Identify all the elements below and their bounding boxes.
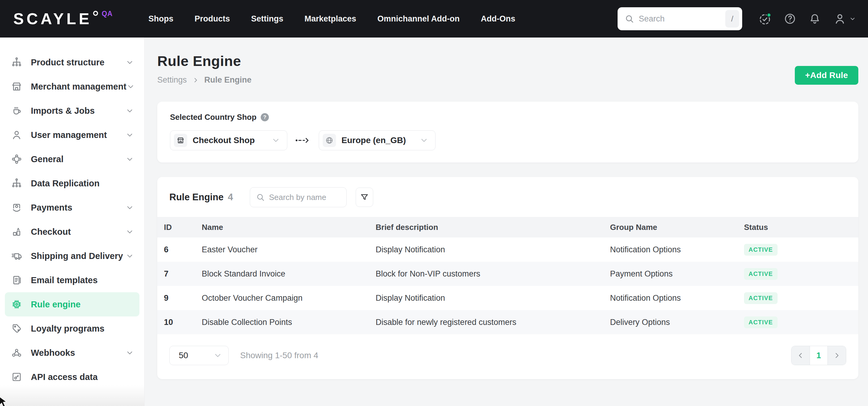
search-input[interactable] — [639, 14, 725, 24]
slash-shortcut-key: / — [725, 10, 739, 28]
breadcrumb: Settings Rule Engine — [157, 75, 858, 85]
chevron-down-icon — [125, 155, 134, 163]
cell-group: Notification Options — [610, 245, 744, 254]
country-select[interactable]: Europe (en_GB) — [319, 130, 435, 150]
nav-item-settings[interactable]: Settings — [251, 0, 283, 37]
sidebar-item-general[interactable]: General — [0, 147, 144, 171]
sidebar-item-api-access-data[interactable]: API access data — [0, 365, 144, 389]
storefront-icon — [174, 134, 187, 147]
chevron-right-icon — [192, 77, 199, 84]
help-circle-icon[interactable]: ? — [261, 113, 269, 121]
sidebar-item-shipping-and-delivery[interactable]: Shipping and Delivery — [0, 244, 144, 268]
sidebar-item-product-structure[interactable]: Product structure — [0, 50, 144, 74]
nav-item-add-ons[interactable]: Add-Ons — [481, 0, 515, 37]
nodes-icon — [10, 153, 23, 165]
cell-name: Block Standard Invoice — [202, 269, 376, 279]
sidebar-item-label: General — [31, 154, 125, 164]
prev-page-button[interactable] — [792, 346, 810, 365]
cell-description: Block for Non-VIP customers — [376, 269, 610, 279]
checkout-icon — [10, 225, 23, 238]
chevron-down-icon — [125, 348, 134, 357]
sidebar-item-label: Payments — [31, 203, 125, 213]
column-header-brief-description: Brief description — [376, 223, 610, 232]
rules-table: IDNameBrief descriptionGroup NameStatus6… — [157, 217, 858, 334]
sidebar-item-payments[interactable]: Payments — [0, 195, 144, 220]
sidebar-item-rule-engine[interactable]: Rule engine — [5, 292, 140, 316]
chevron-down-icon — [125, 58, 134, 67]
sidebar-item-label: Rule engine — [31, 300, 135, 310]
sidebar-item-data-replication[interactable]: Data Replication — [0, 171, 144, 195]
sidebar-item-merchant-management[interactable]: Merchant management — [0, 74, 144, 99]
table-search-input[interactable] — [269, 193, 341, 202]
country-select-value: Europe (en_GB) — [341, 135, 420, 145]
sidebar-item-label: Checkout — [31, 227, 125, 237]
chevron-down-icon — [420, 136, 429, 145]
sidebar-item-webhooks[interactable]: Webhooks — [0, 341, 144, 365]
table-row[interactable]: 6Easter VoucherDisplay NotificationNotif… — [157, 238, 858, 262]
showing-text: Showing 1-50 from 4 — [240, 351, 318, 360]
sidebar-item-label: Merchant management — [31, 82, 126, 92]
search-icon — [255, 192, 265, 202]
sidebar-item-label: Data Replication — [31, 179, 135, 188]
nav-item-marketplaces[interactable]: Marketplaces — [305, 0, 356, 37]
table-header-row: IDNameBrief descriptionGroup NameStatus — [157, 217, 858, 238]
chip-icon — [10, 298, 23, 311]
column-header-group-name: Group Name — [610, 223, 744, 232]
logo[interactable]: SCAYLE QA — [13, 0, 113, 37]
global-search[interactable]: / — [618, 7, 742, 30]
table-title: Rule Engine — [169, 192, 223, 203]
cell-id: 6 — [164, 245, 202, 254]
sidebar-item-label: API access data — [31, 372, 135, 382]
sidebar-item-email-templates[interactable]: Email templates — [0, 268, 144, 292]
sitemap-icon — [10, 56, 23, 69]
current-page[interactable]: 1 — [810, 346, 828, 365]
chevron-down-icon — [125, 227, 134, 236]
table-count: 4 — [228, 192, 233, 203]
pager: 1 — [791, 346, 846, 365]
nav-item-shops[interactable]: Shops — [149, 0, 174, 37]
sidebar-item-imports-jobs[interactable]: Imports & Jobs — [0, 99, 144, 123]
nav-item-products[interactable]: Products — [194, 0, 230, 37]
help-icon[interactable] — [783, 12, 797, 25]
sidebar-item-label: Webhooks — [31, 348, 125, 358]
sidebar-item-loyalty-programs[interactable]: Loyalty programs — [0, 316, 144, 341]
topbar: SCAYLE QA ShopsProductsSettingsMarketpla… — [0, 0, 868, 37]
cell-group: Payment Options — [610, 269, 744, 279]
coffee-icon — [10, 104, 23, 117]
sidebar-item-label: User management — [31, 130, 125, 140]
status-badge: ACTIVE — [744, 244, 778, 256]
status-badge: ACTIVE — [744, 292, 778, 304]
add-rule-button[interactable]: +Add Rule — [795, 66, 858, 85]
status-health-icon[interactable] — [758, 12, 772, 26]
main-content: Rule Engine Settings Rule Engine +Add Ru… — [145, 37, 868, 406]
page-size-select[interactable]: 50 — [169, 346, 229, 365]
table-search[interactable] — [250, 187, 347, 207]
cell-group: Delivery Options — [610, 318, 744, 327]
chevron-down-icon — [213, 351, 222, 360]
cell-id: 7 — [164, 269, 202, 279]
status-badge: ACTIVE — [744, 316, 778, 328]
sidebar-item-label: Imports & Jobs — [31, 106, 125, 116]
filter-button[interactable] — [356, 188, 373, 207]
shop-select[interactable]: Checkout Shop — [170, 130, 287, 150]
funnel-icon — [360, 192, 369, 202]
table-row[interactable]: 10Disable Collection PointsDisable for n… — [157, 310, 858, 334]
notifications-icon[interactable] — [808, 12, 822, 25]
chevron-right-icon — [833, 351, 841, 360]
table-row[interactable]: 9October Voucher CampaignDisplay Notific… — [157, 286, 858, 310]
sidebar-item-user-management[interactable]: User management — [0, 123, 144, 147]
cell-name: Easter Voucher — [202, 245, 376, 254]
nav-item-omnichannel-add-on[interactable]: Omnichannel Add-on — [377, 0, 460, 37]
pagination: 50 Showing 1-50 from 4 1 — [157, 334, 858, 379]
sidebar-item-checkout[interactable]: Checkout — [0, 220, 144, 244]
chevron-down-icon — [125, 131, 134, 139]
account-icon[interactable] — [833, 12, 856, 26]
breadcrumb-settings[interactable]: Settings — [157, 75, 187, 85]
payments-icon — [10, 201, 23, 214]
globe-icon — [323, 134, 336, 147]
table-row[interactable]: 7Block Standard InvoiceBlock for Non-VIP… — [157, 262, 858, 286]
cell-description: Disable for newly registered customers — [376, 318, 610, 327]
next-page-button[interactable] — [828, 346, 846, 365]
breadcrumb-rule-engine: Rule Engine — [205, 75, 252, 85]
rule-table-card: Rule Engine 4 IDNameBrief descriptionGro… — [157, 177, 858, 379]
